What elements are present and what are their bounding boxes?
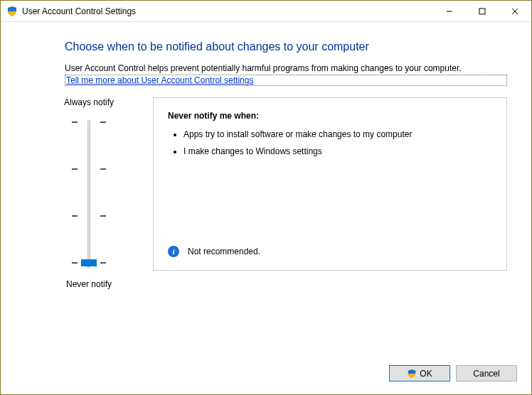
cancel-button[interactable]: Cancel [456,365,517,382]
slider-thumb[interactable] [81,259,97,266]
description-bullet: Apps try to install software or make cha… [183,129,425,139]
intro-text: User Account Control helps prevent poten… [65,63,507,73]
ok-button[interactable]: OK [389,365,450,382]
maximize-button[interactable] [466,1,499,21]
description-panel: Never notify me when: Apps try to instal… [153,97,507,271]
description-title: Never notify me when: [168,111,492,121]
description-bullet: I make changes to Windows settings [183,146,425,156]
slider-tick [72,168,78,170]
shield-icon [407,369,417,379]
slider-tick [72,262,78,264]
titlebar[interactable]: User Account Control Settings [1,1,531,22]
svg-rect-1 [479,9,485,14]
body-row: Always notify Never notify Never notify … [25,97,507,289]
slider-tick [72,215,78,217]
slider-tick [100,262,106,264]
slider-label-always: Always notify [64,97,114,107]
page-heading: Choose when to be notified about changes… [65,40,507,53]
shield-icon [6,6,18,17]
info-icon: i [168,246,179,257]
slider-tick [100,168,106,170]
uac-settings-window: User Account Control Settings Choose whe… [0,0,532,395]
slider-tick [100,215,106,217]
slider-track [87,120,90,268]
ok-button-label: OK [420,369,432,379]
description-list: Apps try to install software or make cha… [183,129,492,156]
slider-column: Always notify Never notify [25,97,153,289]
minimize-button[interactable] [433,1,466,21]
dialog-footer: OK Cancel [1,355,531,394]
content-area: Choose when to be notified about changes… [1,22,531,355]
slider-label-never: Never notify [66,279,112,289]
recommendation-text: Not recommended. [188,247,260,256]
close-button[interactable] [499,1,531,21]
learn-more-link[interactable]: Tell me more about User Account Control … [65,75,507,86]
cancel-button-label: Cancel [473,369,499,379]
recommendation-row: i Not recommended. [168,246,260,257]
window-controls [433,1,531,21]
notification-slider[interactable] [68,116,110,272]
slider-tick [72,121,78,123]
window-title: User Account Control Settings [22,6,433,16]
slider-tick [100,121,106,123]
